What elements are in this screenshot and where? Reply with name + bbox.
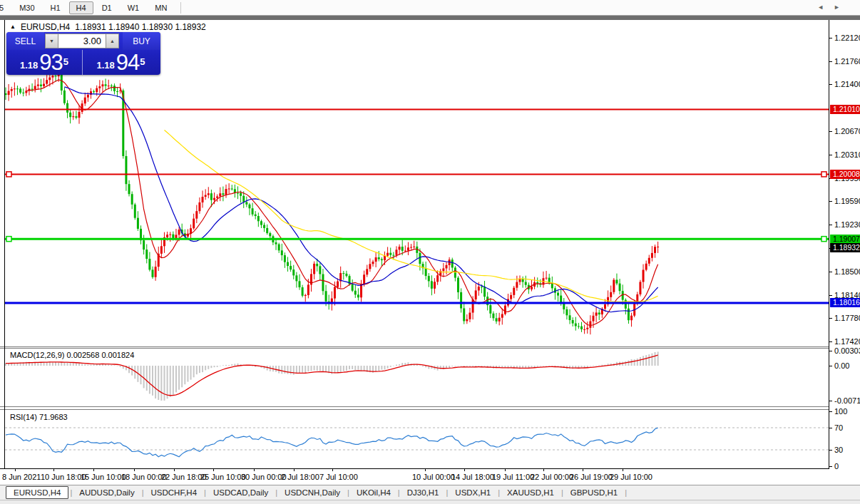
macd-tick-label: 0.003031 bbox=[834, 346, 860, 355]
price-tick-label: 1.20310 bbox=[834, 150, 860, 159]
macd-tick-label: 0.00 bbox=[834, 361, 849, 370]
ma-21-line bbox=[64, 87, 657, 312]
price-tag-1-18016: 1.18016 bbox=[830, 298, 860, 307]
chart-title: ▲ EURUSD,H4 1.18931 1.18940 1.18930 1.18… bbox=[10, 22, 206, 32]
price-tick-mark bbox=[829, 318, 832, 319]
rsi-layer bbox=[5, 428, 829, 457]
price-tick-label: 1.18500 bbox=[834, 267, 860, 276]
price-tick-label: 1.21760 bbox=[834, 57, 860, 66]
sell-price-display[interactable]: 1.18 93 5 bbox=[6, 50, 83, 75]
rsi-line bbox=[6, 428, 658, 457]
time-tick-mark bbox=[543, 469, 544, 471]
buy-price-pip: 5 bbox=[140, 50, 145, 74]
tab-gbpusd-h1[interactable]: GBPUSD,H1 bbox=[563, 487, 625, 498]
time-tick-mark bbox=[583, 469, 583, 471]
price-tick-label: 1.19590 bbox=[834, 197, 860, 205]
price-tick-label: 1.20670 bbox=[834, 127, 860, 135]
volume-input[interactable] bbox=[58, 34, 106, 48]
rsi-tick-label: 0 bbox=[834, 462, 839, 470]
rsi-tick-mark bbox=[829, 450, 832, 451]
timeframe-button-h1[interactable]: H1 bbox=[43, 1, 68, 14]
toolbar-separator bbox=[180, 2, 181, 14]
price-tick-label: 1.17780 bbox=[834, 314, 860, 322]
macd-indicator-label: MACD(12,26,9) 0.002568 0.001824 bbox=[10, 351, 134, 359]
tab-usdchf-h4[interactable]: USDCHF,H4 bbox=[144, 487, 205, 498]
buy-price-prefix: 1.18 bbox=[96, 58, 114, 73]
timeframe-button-h4[interactable]: H4 bbox=[69, 1, 93, 14]
time-axis-label: 10 Jun 18:00 bbox=[41, 473, 86, 481]
time-tick-mark bbox=[505, 469, 506, 471]
price-tick-mark bbox=[829, 61, 832, 62]
macd-tick-label: -0.00715 bbox=[834, 396, 860, 405]
time-tick-mark bbox=[332, 469, 333, 471]
tab-usdcnh-daily[interactable]: USDCNH,Daily bbox=[277, 487, 347, 498]
time-axis-label: 22 Jul 00:00 bbox=[531, 473, 573, 481]
time-axis-label: 25 Jun 10:00 bbox=[200, 473, 246, 481]
time-tick-mark bbox=[174, 469, 175, 471]
tab-usdx-h1[interactable]: USDX,H1 bbox=[448, 487, 498, 498]
sell-button[interactable]: SELL bbox=[6, 32, 44, 50]
tab-eurusd-h4[interactable]: EURUSD,H4 bbox=[6, 486, 68, 499]
price-tick-mark bbox=[829, 38, 832, 38]
volume-decrease-button[interactable]: ▼ bbox=[45, 34, 58, 48]
macd-tick-mark bbox=[829, 401, 832, 401]
tab-scroll-left-icon[interactable]: ◄ bbox=[817, 4, 834, 11]
candles-layer bbox=[5, 68, 660, 334]
price-tag-1-20008: 1.20008 bbox=[830, 170, 860, 179]
rsi-tick-mark bbox=[829, 411, 832, 412]
price-tick-mark bbox=[829, 272, 832, 272]
buy-price-display[interactable]: 1.18 94 5 bbox=[83, 50, 159, 75]
time-tick-mark bbox=[53, 469, 54, 471]
price-tag-1-21010: 1.21010 bbox=[830, 105, 860, 114]
one-click-trade-panel: SELL ▼ ▲ BUY 1.18 93 5 1.18 94 5 bbox=[6, 32, 160, 75]
tab-dj30-h1[interactable]: DJ30,H1 bbox=[400, 487, 446, 498]
tab-separator: | bbox=[625, 488, 627, 497]
price-tick-label: 1.19230 bbox=[834, 220, 860, 229]
tab-scroll-right-icon[interactable]: ► bbox=[834, 4, 850, 11]
time-tick-mark bbox=[93, 469, 94, 471]
price-tick-mark bbox=[829, 131, 832, 132]
rsi-tick-label: 70 bbox=[834, 423, 843, 432]
volume-increase-button[interactable]: ▲ bbox=[106, 34, 119, 48]
timeframe-toolbar: 5M30H1H4D1W1MN bbox=[0, 0, 860, 16]
time-axis: 8 Jun 202110 Jun 18:0015 Jun 10:0018 Jun… bbox=[0, 469, 829, 485]
timeframe-button-w1[interactable]: W1 bbox=[121, 1, 147, 14]
tab-ukoil-h4[interactable]: UKOil,H4 bbox=[349, 487, 398, 498]
time-axis-label: 10 Jul 00:00 bbox=[412, 473, 455, 481]
tab-audusd-daily[interactable]: AUDUSD,Daily bbox=[72, 487, 141, 498]
time-tick-mark bbox=[464, 469, 465, 471]
buy-button[interactable]: BUY bbox=[123, 32, 160, 50]
time-axis-label: 15 Jun 10:00 bbox=[81, 473, 126, 481]
time-tick-mark bbox=[15, 469, 16, 471]
ma-8-line bbox=[26, 80, 658, 326]
time-axis-label: 19 Jul 11:00 bbox=[492, 473, 534, 481]
buy-price-big: 94 bbox=[116, 53, 139, 73]
price-tick-mark bbox=[829, 295, 832, 296]
tab-xauusd-h1[interactable]: XAUUSD,H1 bbox=[500, 487, 561, 498]
sell-price-prefix: 1.18 bbox=[20, 58, 38, 73]
time-axis-label: 14 Jul 18:00 bbox=[451, 473, 494, 481]
chart-ohlc-values: 1.18931 1.18940 1.18930 1.18932 bbox=[75, 22, 206, 32]
price-tick-mark bbox=[829, 341, 832, 342]
timeframe-button-mn[interactable]: MN bbox=[148, 1, 174, 14]
collapse-icon[interactable]: ▲ bbox=[10, 24, 16, 30]
price-tick-label: 1.17420 bbox=[834, 337, 860, 346]
price-chart-canvas bbox=[0, 20, 829, 469]
macd-signal-line bbox=[6, 355, 658, 396]
price-tick-mark bbox=[829, 155, 832, 155]
timeframe-button-5[interactable]: 5 bbox=[0, 1, 11, 14]
time-axis-label: 26 Jul 19:00 bbox=[570, 473, 613, 481]
timeframe-button-d1[interactable]: D1 bbox=[95, 1, 119, 14]
price-tick-mark bbox=[829, 201, 832, 202]
tab-scroll-arrows: ◄► bbox=[817, 4, 850, 11]
price-tick-mark bbox=[829, 84, 832, 85]
time-tick-mark bbox=[254, 469, 255, 471]
tab-usdcad-daily[interactable]: USDCAD,Daily bbox=[206, 487, 275, 498]
status-strip bbox=[0, 500, 860, 504]
price-tick-mark bbox=[829, 225, 832, 225]
chart-tab-bar: EURUSD,H4|AUDUSD,Daily|USDCHF,H4|USDCAD,… bbox=[0, 485, 860, 500]
rsi-tick-label: 30 bbox=[834, 446, 843, 454]
time-axis-label: 7 Jul 10:00 bbox=[319, 473, 358, 481]
timeframe-button-m30[interactable]: M30 bbox=[12, 1, 41, 14]
time-axis-label: 8 Jun 2021 bbox=[2, 473, 41, 481]
